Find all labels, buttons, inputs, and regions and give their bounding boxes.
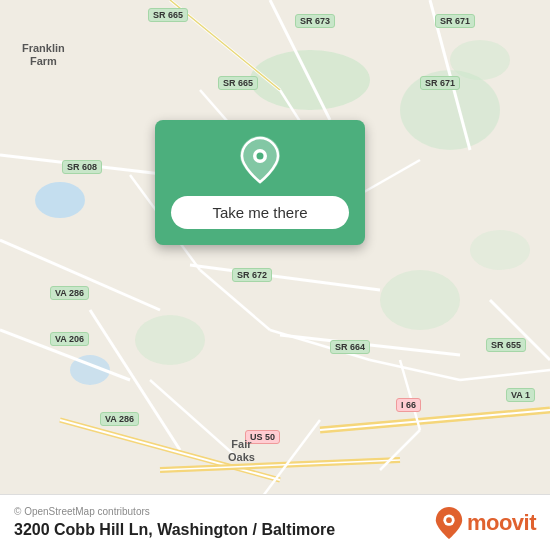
- place-label-franklin-farm: FranklinFarm: [22, 42, 65, 68]
- svg-point-6: [135, 315, 205, 365]
- road-label-sr664: SR 664: [330, 340, 370, 354]
- road-label-va286-mid: VA 286: [50, 286, 89, 300]
- svg-point-4: [35, 182, 85, 218]
- moovit-pin-icon: [435, 507, 463, 539]
- popup-card[interactable]: Take me there: [155, 120, 365, 245]
- location-pin-icon: [236, 136, 284, 184]
- map-container: SR 665 SR 673 SR 671 SR 665 SR 671 SR 60…: [0, 0, 550, 550]
- moovit-logo: moovit: [435, 507, 536, 539]
- road-label-sr608: SR 608: [62, 160, 102, 174]
- moovit-brand-text: moovit: [467, 510, 536, 536]
- road-label-i66: I 66: [396, 398, 421, 412]
- place-label-fair-oaks: FairOaks: [228, 438, 255, 464]
- bottom-left-info: © OpenStreetMap contributors 3200 Cobb H…: [14, 506, 335, 539]
- bottom-bar: © OpenStreetMap contributors 3200 Cobb H…: [0, 494, 550, 550]
- map-svg: [0, 0, 550, 550]
- road-label-sr671-top: SR 671: [435, 14, 475, 28]
- svg-point-41: [446, 517, 452, 523]
- road-label-sr665-top: SR 665: [148, 8, 188, 22]
- take-me-there-button[interactable]: Take me there: [171, 196, 349, 229]
- road-label-sr665-mid: SR 665: [218, 76, 258, 90]
- svg-point-39: [257, 153, 264, 160]
- svg-point-8: [470, 230, 530, 270]
- road-label-sr672: SR 672: [232, 268, 272, 282]
- road-label-sr655: SR 655: [486, 338, 526, 352]
- road-label-va206: VA 206: [50, 332, 89, 346]
- attribution-text: © OpenStreetMap contributors: [14, 506, 335, 517]
- road-label-sr671-mid: SR 671: [420, 76, 460, 90]
- address-text: 3200 Cobb Hill Ln, Washington / Baltimor…: [14, 521, 335, 539]
- road-label-va286-bot: VA 286: [100, 412, 139, 426]
- svg-point-3: [450, 40, 510, 80]
- svg-point-7: [380, 270, 460, 330]
- road-label-va1-bot: VA 1: [506, 388, 535, 402]
- road-label-sr673: SR 673: [295, 14, 335, 28]
